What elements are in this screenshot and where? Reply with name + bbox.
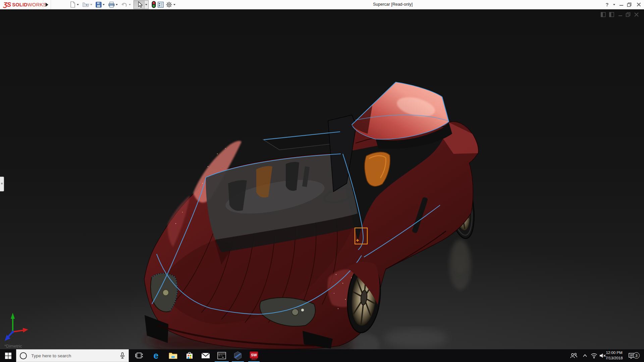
triad-y-axis bbox=[11, 313, 15, 319]
open-folder-icon bbox=[83, 2, 89, 8]
mail-icon bbox=[201, 352, 210, 359]
sw-year: 2017 bbox=[251, 358, 257, 360]
undo-button[interactable] bbox=[121, 1, 131, 8]
file-properties-button[interactable] bbox=[158, 1, 164, 8]
hexagon-app-icon bbox=[233, 351, 242, 360]
pane-icon bbox=[601, 12, 605, 17]
store-icon bbox=[185, 352, 194, 360]
file-explorer-icon bbox=[169, 352, 177, 359]
minimize-icon bbox=[619, 2, 624, 7]
print-dropdown-caret[interactable] bbox=[116, 4, 118, 5]
start-button[interactable] bbox=[0, 349, 16, 362]
doc-close-button[interactable] bbox=[634, 12, 639, 17]
windows-logo-icon bbox=[5, 353, 11, 359]
title-bar: ƷS SOLIDWORKS bbox=[0, 0, 644, 9]
task-view-icon bbox=[135, 352, 143, 360]
mail-button[interactable] bbox=[198, 349, 213, 362]
edge-icon: e bbox=[153, 351, 158, 360]
graphics-viewport[interactable]: *Dimetric bbox=[0, 9, 644, 349]
file-properties-icon bbox=[158, 2, 164, 8]
app-restore-button[interactable] bbox=[625, 0, 633, 9]
orientation-triad bbox=[5, 313, 28, 341]
command-prompt-button[interactable]: C:\ bbox=[214, 349, 229, 362]
menu-flyout-button[interactable] bbox=[43, 0, 51, 9]
chevron-up-icon bbox=[583, 354, 587, 357]
new-document-button[interactable] bbox=[70, 1, 79, 8]
microphone-icon[interactable] bbox=[120, 352, 125, 359]
command-prompt-icon: C:\ bbox=[217, 352, 226, 359]
feature-tree-collapsed-tab[interactable] bbox=[0, 177, 4, 191]
notification-badge: 3 bbox=[633, 352, 640, 359]
network-button[interactable] bbox=[589, 349, 599, 362]
document-title: Supercar [Read-only] bbox=[373, 2, 413, 7]
save-dropdown-caret[interactable] bbox=[103, 4, 105, 5]
options-gear-icon bbox=[166, 1, 172, 8]
sw-label: SW bbox=[251, 353, 257, 357]
3d-scene-car[interactable] bbox=[0, 9, 644, 349]
close-icon bbox=[637, 2, 641, 7]
hexagon-app-button[interactable] bbox=[230, 349, 245, 362]
pane-toggle-right-button[interactable] bbox=[609, 12, 614, 17]
solidworks-logo: ƷS SOLIDWORKS bbox=[3, 0, 46, 9]
solidworks-app-button[interactable]: SW 2017 bbox=[247, 349, 261, 362]
search-input[interactable] bbox=[31, 353, 120, 359]
doc-minimize-button[interactable] bbox=[618, 12, 623, 17]
select-dropdown-caret[interactable] bbox=[144, 1, 148, 9]
flyout-arrow-icon bbox=[46, 3, 48, 7]
save-button[interactable] bbox=[96, 1, 105, 8]
taskbar-search-box[interactable] bbox=[16, 349, 129, 362]
clock-date: 7/13/2018 bbox=[605, 356, 623, 361]
pane-icon bbox=[609, 12, 614, 17]
undo-icon bbox=[121, 2, 128, 8]
save-floppy-icon bbox=[96, 2, 102, 8]
solidworks-app-icon: SW 2017 bbox=[249, 351, 259, 360]
taskbar-clock[interactable]: 12:00 PM 7/13/2018 bbox=[604, 349, 625, 362]
print-icon bbox=[108, 2, 115, 8]
people-icon bbox=[570, 353, 577, 359]
solidworks-logo-glyph: ƷS bbox=[3, 1, 11, 8]
select-cursor-icon bbox=[136, 1, 144, 8]
store-button[interactable] bbox=[182, 349, 197, 362]
cortana-icon bbox=[20, 352, 27, 359]
print-button[interactable] bbox=[108, 1, 118, 8]
new-document-icon bbox=[70, 1, 76, 8]
open-button[interactable] bbox=[83, 1, 92, 8]
pane-toggle-left-button[interactable] bbox=[601, 12, 606, 17]
people-button[interactable] bbox=[568, 349, 579, 362]
options-button[interactable] bbox=[166, 1, 175, 8]
cmd-label: C:\ bbox=[219, 355, 223, 357]
rebuild-button[interactable] bbox=[152, 1, 156, 8]
task-view-button[interactable] bbox=[132, 349, 147, 362]
app-minimize-button[interactable] bbox=[618, 0, 625, 9]
select-tool-button[interactable] bbox=[133, 0, 149, 9]
app-close-button[interactable] bbox=[635, 0, 643, 9]
clock-time: 12:00 PM bbox=[606, 350, 622, 356]
windows-taskbar: e C:\ bbox=[0, 349, 644, 362]
restore-icon bbox=[626, 12, 631, 17]
new-dropdown-caret[interactable] bbox=[77, 4, 79, 5]
close-icon bbox=[634, 12, 639, 17]
hidden-icons-button[interactable] bbox=[581, 349, 589, 362]
minimize-icon bbox=[618, 12, 623, 17]
wifi-icon bbox=[591, 353, 597, 358]
file-explorer-button[interactable] bbox=[166, 349, 180, 362]
edge-button[interactable]: e bbox=[149, 349, 163, 362]
help-button[interactable]: ? bbox=[604, 0, 610, 9]
tab-grip-dot bbox=[1, 183, 3, 184]
view-orientation-label: *Dimetric bbox=[4, 344, 22, 349]
options-dropdown-caret[interactable] bbox=[173, 4, 175, 5]
doc-restore-button[interactable] bbox=[626, 12, 631, 17]
triad-x-axis bbox=[23, 328, 28, 333]
undo-dropdown-caret[interactable] bbox=[129, 4, 131, 5]
restore-icon bbox=[627, 2, 632, 7]
open-dropdown-caret[interactable] bbox=[90, 4, 92, 5]
rebuild-traffic-light-icon bbox=[152, 1, 156, 8]
help-dropdown-caret[interactable] bbox=[611, 0, 615, 9]
